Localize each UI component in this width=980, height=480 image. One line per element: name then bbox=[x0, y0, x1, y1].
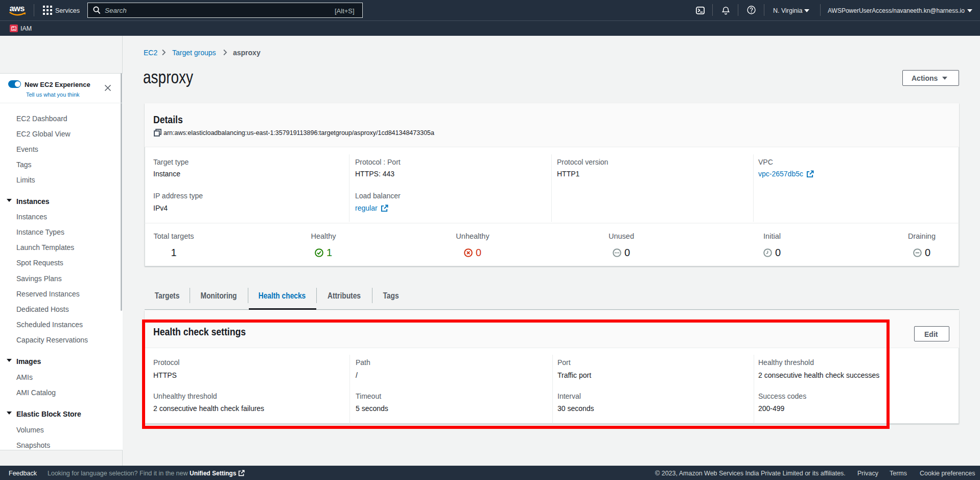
svg-text:aws: aws bbox=[10, 4, 25, 13]
